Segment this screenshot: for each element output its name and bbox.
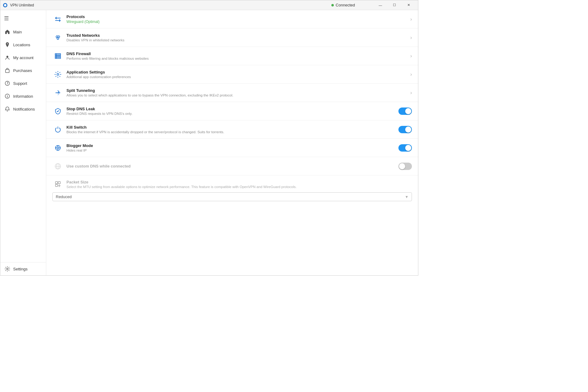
app-settings-title: Application Settings: [66, 70, 410, 74]
kill-switch-toggle-thumb: [405, 126, 411, 133]
dns-firewall-row[interactable]: DNS Firewall Performs web filtering and …: [46, 47, 418, 65]
svg-rect-12: [55, 54, 61, 55]
sidebar-label-information: Information: [13, 94, 33, 99]
trusted-networks-chevron-icon: ›: [410, 35, 412, 40]
connected-status: Connected: [331, 3, 355, 7]
sidebar-item-support[interactable]: Support: [0, 77, 46, 90]
trusted-networks-row[interactable]: Trusted Networks Disables VPN in whiteli…: [46, 28, 418, 47]
close-button[interactable]: ✕: [401, 0, 416, 10]
trusted-networks-action: ›: [410, 35, 412, 40]
packet-size-value: Reduced: [56, 194, 72, 199]
sidebar-label-notifications: Notifications: [13, 107, 35, 111]
svg-point-8: [7, 268, 8, 270]
sidebar-item-information[interactable]: Information: [0, 90, 46, 103]
maximize-button[interactable]: ☐: [387, 0, 401, 10]
packet-size-dropdown[interactable]: Reduced ▼: [52, 192, 412, 201]
kill-switch-toggle[interactable]: [398, 126, 412, 133]
custom-dns-toggle-container[interactable]: [398, 163, 412, 170]
window-controls: — ☐ ✕: [373, 0, 416, 10]
location-icon: [5, 42, 10, 47]
connected-dot-icon: [331, 4, 334, 6]
app-settings-desc: Additional app customization preferences: [66, 75, 410, 79]
custom-dns-toggle[interactable]: [398, 163, 412, 170]
main-content: Protocols Wireguard (Optimal) › Trusted …: [46, 10, 418, 275]
protocols-value: Wireguard (Optimal): [66, 20, 410, 24]
sidebar-item-locations[interactable]: Locations: [0, 38, 46, 51]
app-settings-chevron-icon: ›: [410, 72, 412, 77]
blogger-mode-title: Blogger Mode: [66, 143, 398, 148]
split-tunneling-desc: Allows you to select which applications …: [66, 93, 410, 97]
sidebar-label-support: Support: [13, 81, 27, 86]
dns-firewall-info: DNS Firewall Performs web filtering and …: [63, 51, 410, 60]
split-tunneling-info: Split Tunneling Allows you to select whi…: [63, 88, 410, 97]
trusted-networks-title: Trusted Networks: [66, 33, 410, 38]
blogger-mode-toggle-container[interactable]: [398, 144, 412, 152]
stop-dns-leak-toggle-thumb: [405, 108, 411, 114]
app-settings-row[interactable]: Application Settings Additional app cust…: [46, 65, 418, 84]
custom-dns-toggle-thumb: [399, 163, 405, 169]
packet-size-dropdown-arrow-icon: ▼: [405, 195, 409, 199]
custom-dns-title: Use custom DNS while connected: [66, 164, 398, 168]
person-icon: [5, 55, 10, 60]
sidebar-item-settings[interactable]: Settings: [0, 262, 46, 275]
svg-rect-3: [6, 70, 9, 73]
stop-dns-leak-title: Stop DNS Leak: [66, 107, 398, 111]
app-settings-icon: [52, 71, 63, 78]
svg-point-7: [7, 95, 8, 96]
blogger-mode-row: Blogger Mode Hides real IP: [46, 139, 418, 157]
titlebar-left: VPN Unlimited: [3, 3, 34, 8]
bell-icon: [5, 106, 10, 112]
svg-point-10: [58, 36, 60, 38]
dns-firewall-action: ›: [410, 53, 412, 59]
sidebar-item-notifications[interactable]: Notifications: [0, 103, 46, 115]
support-icon: [5, 81, 10, 86]
app-settings-info: Application Settings Additional app cust…: [63, 70, 410, 79]
kill-switch-info: Kill Switch Blocks the internet if VPN i…: [63, 125, 398, 134]
app-body: ☰ Main Locations My account: [0, 10, 418, 275]
dns-firewall-desc: Performs web filtering and blocks malici…: [66, 57, 410, 60]
kill-switch-desc: Blocks the internet if VPN is accidental…: [66, 130, 398, 134]
home-icon: [5, 29, 10, 35]
trusted-networks-info: Trusted Networks Disables VPN in whiteli…: [63, 33, 410, 42]
kill-switch-title: Kill Switch: [66, 125, 398, 130]
kill-switch-row: Kill Switch Blocks the internet if VPN i…: [46, 120, 418, 139]
dns-firewall-icon: [52, 52, 63, 60]
app-logo-icon: [3, 3, 8, 8]
trusted-networks-icon: [52, 34, 63, 41]
stop-dns-leak-toggle-track: [398, 107, 412, 115]
split-tunneling-chevron-icon: ›: [410, 90, 412, 96]
stop-dns-leak-desc: Restrict DNS requests to VPN DNS's only.: [66, 112, 398, 115]
svg-point-5: [7, 84, 8, 85]
blogger-mode-toggle-track: [398, 144, 412, 152]
stop-dns-leak-toggle[interactable]: [398, 107, 412, 115]
kill-switch-toggle-container[interactable]: [398, 126, 412, 133]
svg-rect-14: [55, 57, 61, 58]
sidebar-item-main[interactable]: Main: [0, 25, 46, 38]
split-tunneling-title: Split Tunneling: [66, 88, 410, 93]
svg-point-18: [57, 74, 59, 75]
split-tunneling-action: ›: [410, 90, 412, 96]
menu-button[interactable]: ☰: [0, 13, 46, 24]
protocols-action: ›: [410, 17, 412, 22]
blogger-mode-icon: [52, 144, 63, 152]
sidebar-item-my-account[interactable]: My account: [0, 51, 46, 64]
dns-firewall-chevron-icon: ›: [410, 53, 412, 59]
sidebar-label-locations: Locations: [13, 43, 30, 47]
packet-size-section: Packet Size Select the MTU setting from …: [46, 175, 418, 207]
app-settings-action: ›: [410, 72, 412, 77]
blogger-mode-desc: Hides real IP: [66, 149, 398, 152]
sidebar-item-purchases[interactable]: Purchases: [0, 64, 46, 77]
svg-rect-28: [55, 182, 58, 184]
blogger-mode-toggle[interactable]: [398, 144, 412, 152]
kill-switch-icon: [52, 126, 63, 133]
info-icon: [5, 93, 10, 99]
custom-dns-toggle-track: [398, 163, 412, 170]
packet-size-icon: [52, 180, 63, 188]
packet-size-info: Packet Size Select the MTU setting from …: [66, 180, 296, 189]
split-tunneling-row[interactable]: Split Tunneling Allows you to select whi…: [46, 84, 418, 102]
protocols-row[interactable]: Protocols Wireguard (Optimal) ›: [46, 10, 418, 28]
titlebar: VPN Unlimited Connected — ☐ ✕: [0, 0, 418, 10]
packet-size-desc: Select the MTU setting from available op…: [66, 185, 296, 189]
stop-dns-leak-toggle-container[interactable]: [398, 107, 412, 115]
minimize-button[interactable]: —: [373, 0, 387, 10]
